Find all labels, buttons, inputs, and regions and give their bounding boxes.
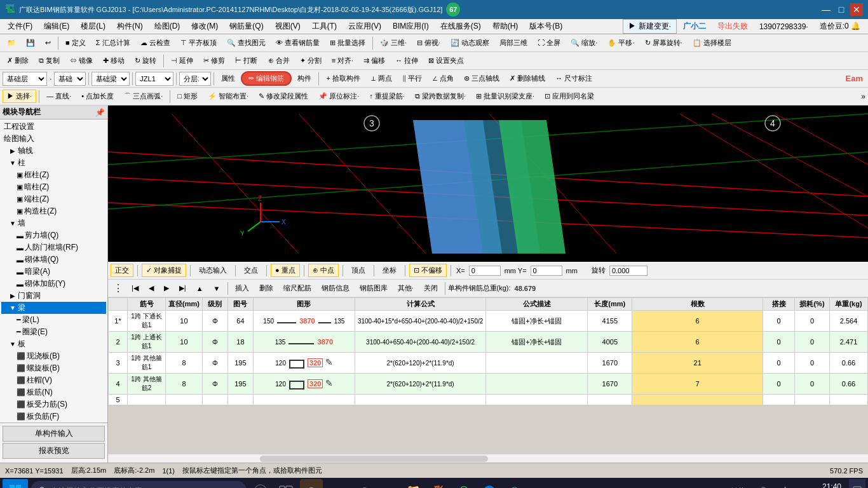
tb-calc[interactable]: Σ 汇总计算 [92, 36, 135, 50]
rebar-insert[interactable]: 插入 [231, 281, 254, 295]
tb-copy[interactable]: ⧉ 复制 [34, 54, 64, 67]
menu-phone[interactable]: 13907298339· [754, 21, 813, 32]
cell-genshu[interactable] [632, 395, 763, 405]
layer-type-select[interactable]: 基础 [54, 72, 86, 86]
nav-slab[interactable]: ▼板 [1, 338, 106, 350]
tb-orbit[interactable]: 🔄 动态观察 [446, 36, 494, 50]
tb-rect[interactable]: □ 矩形 [173, 90, 202, 103]
nav-end-col[interactable]: ▣ 端柱(Z) [1, 193, 106, 205]
tb-del-aux[interactable]: ✗ 删除辅线 [505, 72, 550, 85]
taskbar-app-gjd[interactable]: G [300, 479, 323, 488]
tb-apply-same-name[interactable]: ⊡ 应用到同名梁 [540, 90, 599, 103]
report-preview-btn[interactable]: 报表预览 [3, 443, 105, 459]
cell-zhijing[interactable]: 8 [166, 353, 203, 374]
tb-stretch[interactable]: ↔ 拉伸 [391, 54, 423, 67]
tb-extend[interactable]: ⊣ 延伸 [166, 54, 198, 67]
nav-slab-stress[interactable]: ⬛ 板受力筋(S) [1, 398, 106, 410]
nav-beam-l[interactable]: ━ 梁(L) [1, 314, 106, 326]
layer-select[interactable]: 基础层 [3, 72, 47, 86]
coord-center[interactable]: ⊕ 中点 [308, 264, 339, 277]
taskbar-search-box[interactable] [31, 481, 247, 488]
taskbar-task-view[interactable] [275, 479, 297, 488]
tb-twopoint[interactable]: ⊥ 两点 [366, 72, 397, 85]
rebar-lib[interactable]: 钢筋图库 [355, 281, 392, 295]
nav-panel-pin[interactable]: 📌 [95, 108, 105, 117]
menu-floor[interactable]: 楼层(L) [76, 20, 111, 33]
tb-zoom[interactable]: 🔍 缩放· [566, 36, 602, 50]
tb-align[interactable]: ≡ 对齐· [327, 54, 358, 67]
taskbar-green-app[interactable]: G [452, 479, 475, 488]
taskbar-folder[interactable]: 📁 [402, 479, 424, 488]
tb-topview[interactable]: ⊟ 俯视· [412, 36, 445, 50]
nav-axis[interactable]: ▶轴线 [1, 145, 106, 157]
menu-file[interactable]: 文件(F) [3, 20, 37, 33]
taskbar-blue-app[interactable]: ⬤ [478, 479, 501, 488]
tb-screen-rotate[interactable]: ↻ 屏幕旋转· [641, 36, 687, 50]
nav-struct-col[interactable]: ▣ 构造柱(Z) [1, 205, 106, 217]
cell-genshu[interactable]: 6 [632, 311, 763, 332]
menu-version[interactable]: 版本号(B) [524, 20, 567, 33]
start-button[interactable] [3, 479, 28, 488]
tb-arc[interactable]: ⌒ 三点画弧· [119, 90, 167, 103]
floor-select[interactable]: 分层1 [179, 72, 211, 86]
cell-zhijing[interactable]: 10 [166, 311, 203, 332]
tb-view-rebar[interactable]: 👁 查看钢筋量 [271, 36, 324, 50]
cell-zhijing[interactable]: 8 [166, 374, 203, 395]
rebar-first[interactable]: |◀ [127, 282, 143, 294]
tb-modify-span[interactable]: ✎ 修改梁段属性 [254, 90, 313, 103]
cell-genshu[interactable]: 7 [632, 374, 763, 395]
menu-tools[interactable]: 工具(T) [307, 20, 342, 33]
tb-trim[interactable]: ✂ 修剪 [199, 54, 229, 67]
tb-offset[interactable]: ⇉ 偏移 [359, 54, 390, 67]
tb-line[interactable]: — 直线· [42, 90, 76, 103]
tb-move[interactable]: ✚ 移动 [98, 54, 129, 67]
clock-area[interactable]: 21:40 2018/4/30 [805, 482, 846, 488]
3d-viewport[interactable]: 3 4 X Z Y [108, 105, 868, 262]
tb-select-floor[interactable]: 📋 选择楼层 [688, 36, 736, 50]
taskbar-ie2[interactable]: ↺ [351, 479, 374, 488]
tb-dim-note[interactable]: ↔ 尺寸标注 [551, 72, 597, 85]
tb-batch-id-support[interactable]: ⊞ 批量识别梁支座· [471, 90, 539, 103]
menu-new-change[interactable]: ▶ 新建变更· [623, 19, 677, 34]
rebar-scale[interactable]: 缩尺配筋 [279, 281, 316, 295]
tb-find[interactable]: 🔍 查找图元 [222, 36, 270, 50]
nav-hidden-col[interactable]: ▣ 暗柱(Z) [1, 181, 106, 193]
tb-pickup[interactable]: + 拾取构件 [322, 72, 364, 85]
tb-set-grip[interactable]: ⊠ 设置夹点 [424, 54, 468, 67]
cell-genshu[interactable]: 21 [632, 353, 763, 374]
element-select[interactable]: JZL1 [135, 72, 173, 86]
cell-zhijing[interactable] [166, 395, 203, 405]
coord-dynamic[interactable]: 动态输入 [194, 264, 231, 277]
tb-point-len[interactable]: • 点加长度 [77, 90, 118, 103]
tb-define[interactable]: ■ 定义 [61, 36, 90, 50]
nav-cast-slab[interactable]: ⬛ 现浇板(B) [1, 350, 106, 362]
tb-save[interactable]: 💾 [22, 37, 39, 49]
tb-point-angle[interactable]: ∠ 点角 [428, 72, 458, 85]
rebar-down[interactable]: ▼ [209, 283, 225, 294]
coord-vertex[interactable]: 顶点 [347, 264, 370, 277]
menu-gxe[interactable]: 广小二 [678, 20, 711, 33]
nav-column[interactable]: ▼柱 [1, 157, 106, 169]
tb-fullscreen[interactable]: ⛶ 全屏 [533, 36, 565, 50]
menu-cloud[interactable]: 云应用(V) [343, 20, 386, 33]
rebar-next[interactable]: ▶ [159, 282, 173, 294]
nav-slab-rebar[interactable]: ⬛ 板筋(N) [1, 386, 106, 398]
menu-view[interactable]: 视图(V) [270, 20, 306, 33]
menu-rebar-qty[interactable]: 钢筋量(Q) [224, 20, 268, 33]
tray-lang[interactable]: 中 [782, 485, 789, 489]
notification-btn[interactable] [849, 479, 865, 488]
tb-select[interactable]: ▶ 选择· [3, 90, 36, 103]
menu-element[interactable]: 构件(N) [112, 20, 148, 33]
taskbar-circle-app[interactable]: ◉ [503, 479, 526, 488]
beam-type-select[interactable]: 基础梁 [92, 72, 130, 86]
tb-config-element[interactable]: 构件 [293, 72, 316, 85]
close-button[interactable]: ✕ [850, 3, 863, 16]
single-element-input-btn[interactable]: 单构件输入 [3, 426, 105, 442]
nav-beam[interactable]: ▼梁 [1, 302, 106, 314]
nav-hidden-beam[interactable]: ▬ 暗梁(A) [1, 266, 106, 278]
tb-local-3d[interactable]: 局部三维 [495, 36, 532, 50]
tb-re-extract[interactable]: ↑ 重提梁筋· [365, 90, 409, 103]
y-input[interactable] [531, 266, 562, 276]
nav-ring-beam[interactable]: ━ 圈梁(E) [1, 326, 106, 338]
nav-draw-input[interactable]: 绘图输入 [1, 133, 106, 145]
